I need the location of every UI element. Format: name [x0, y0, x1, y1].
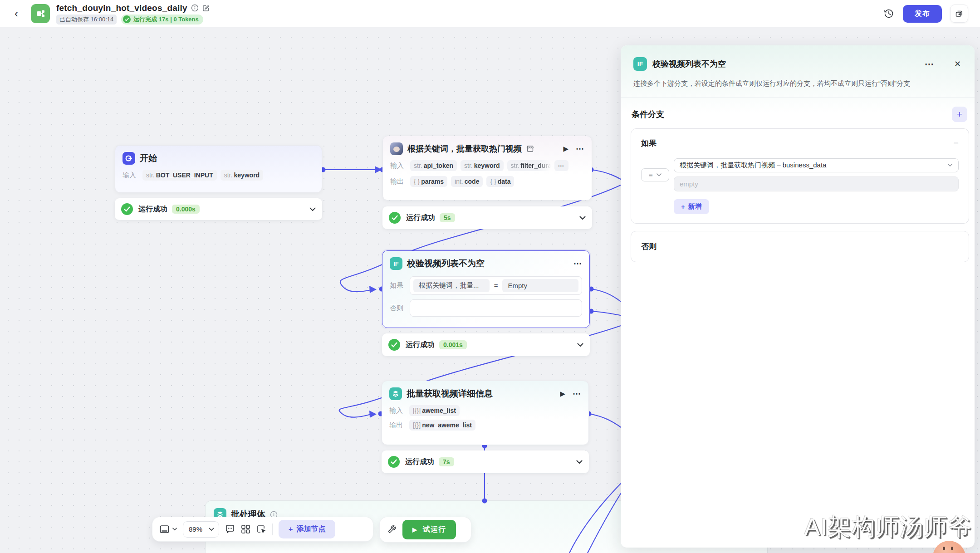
- panel-divider: [621, 97, 975, 98]
- run-status-start[interactable]: 运行成功 0.000s: [115, 198, 322, 220]
- back-button[interactable]: ‹: [10, 7, 23, 20]
- run-time-badge: 0.001s: [439, 340, 467, 349]
- else-branch-label: 否则: [641, 242, 657, 251]
- plugin-avatar: [390, 142, 403, 155]
- run-status-label: 运行成功: [406, 340, 435, 350]
- select-tool-icon[interactable]: [256, 524, 266, 534]
- node-title: 校验视频列表不为空: [407, 258, 485, 269]
- run-status-label: 运行成功: [138, 205, 167, 214]
- history-icon[interactable]: [883, 8, 895, 20]
- chevron-down-icon[interactable]: [576, 460, 583, 464]
- publish-button[interactable]: 发布: [903, 5, 942, 23]
- collapse-branch-button[interactable]: −: [953, 138, 959, 148]
- param-tag[interactable]: str.keyword: [461, 160, 503, 171]
- condition-operator: =: [494, 282, 498, 289]
- run-time-badge: 5s: [440, 213, 455, 222]
- success-check-icon: [388, 339, 400, 351]
- param-tag[interactable]: [{}]new_aweme_list: [409, 420, 475, 431]
- param-tag[interactable]: { }data: [486, 176, 514, 187]
- output-label: 输出: [389, 421, 406, 430]
- node-more-button[interactable]: ⋯: [573, 259, 582, 269]
- node-title: 批量获取视频详细信息: [407, 388, 493, 400]
- param-tag[interactable]: str.keyword: [220, 170, 263, 181]
- input-label: 输入: [390, 161, 407, 170]
- autosave-badge: 已自动保存 16:00:14: [56, 15, 117, 24]
- wrench-icon[interactable]: [387, 525, 397, 535]
- node-fetch-detail[interactable]: 批量获取视频详细信息 ▶ ⋯ 输入 [{}]aweme_list 输出 [{}]…: [382, 381, 589, 445]
- if-branch-card: 如果 − = 根据关键词，批量获取热门视频 – business_data +新…: [631, 128, 969, 224]
- comment-icon[interactable]: [225, 524, 235, 534]
- else-label: 否则: [390, 304, 410, 313]
- if-label: 如果: [390, 281, 410, 290]
- if-condition-box[interactable]: 根据关键词，批量... = Empty: [410, 276, 582, 295]
- node-title: 开始: [140, 152, 157, 164]
- chevron-down-icon[interactable]: [577, 343, 583, 347]
- param-tag[interactable]: [{}]aweme_list: [409, 405, 460, 416]
- toolbar-divider: [272, 524, 273, 535]
- run-time-badge: 0.000s: [172, 205, 200, 214]
- workflow-title: fetch_douyin_hot_videos_daily: [56, 3, 187, 13]
- if-icon: IF: [390, 257, 402, 270]
- minimap-toggle-icon[interactable]: [160, 525, 177, 534]
- open-in-new-icon[interactable]: [950, 5, 968, 23]
- add-node-button[interactable]: +添加节点: [279, 520, 335, 538]
- input-label: 输入: [122, 171, 139, 180]
- run-toolbar: ▶试运行: [380, 517, 471, 542]
- if-icon: IF: [633, 57, 647, 71]
- condition-right-value[interactable]: Empty: [502, 279, 578, 292]
- node-if-check[interactable]: IF 校验视频列表不为空 ⋯ 如果 根据关键词，批量... = Empty 否则: [382, 250, 590, 328]
- if-branch-label: 如果: [641, 138, 657, 148]
- check-icon: [123, 15, 131, 23]
- info-icon[interactable]: [191, 4, 199, 12]
- edit-icon[interactable]: [202, 5, 210, 12]
- run-node-button[interactable]: ▶: [563, 145, 568, 153]
- success-check-icon: [121, 203, 133, 215]
- close-icon[interactable]: ✕: [954, 59, 961, 69]
- compare-value-input[interactable]: [674, 176, 959, 191]
- success-check-icon: [389, 212, 401, 224]
- node-title: 根据关键词，批量获取热门视频: [407, 143, 522, 154]
- chevron-down-icon[interactable]: [579, 216, 586, 220]
- run-status-if[interactable]: 运行成功 0.001s: [382, 333, 590, 356]
- zoom-select[interactable]: 89%: [183, 521, 219, 538]
- add-branch-button[interactable]: +: [952, 107, 967, 122]
- success-check-icon: [388, 456, 400, 468]
- layers-icon: [389, 387, 402, 400]
- operator-select[interactable]: =: [641, 168, 669, 181]
- condition-left-ref[interactable]: 根据关键词，批量...: [413, 279, 490, 292]
- top-bar: ‹ fetch_douyin_hot_videos_daily 已自动保存 16…: [0, 0, 980, 27]
- panel-more-button[interactable]: ⋯: [925, 59, 934, 69]
- start-icon: [122, 152, 135, 165]
- node-more-button[interactable]: ⋯: [576, 144, 584, 154]
- param-tag[interactable]: str.api_token: [410, 160, 457, 171]
- else-branch-card: 否则: [631, 231, 969, 262]
- condition-branch-title: 条件分支: [632, 109, 664, 120]
- run-complete-badge: 运行完成 17s | 0 Tokens: [121, 15, 203, 24]
- run-status-fetch[interactable]: 运行成功 5s: [382, 206, 592, 229]
- if-node-config-panel: IF 校验视频列表不为空 ⋯ ✕ 连接多个下游分支，若设定的条件成立则仅运行对应…: [621, 45, 975, 548]
- chevron-down-icon: [947, 163, 953, 167]
- panel-title: 校验视频列表不为空: [652, 59, 726, 69]
- run-status-detail[interactable]: 运行成功 7s: [382, 450, 589, 473]
- run-node-button[interactable]: ▶: [560, 390, 565, 398]
- reference-select[interactable]: 根据关键词，批量获取热门视频 – business_data: [674, 158, 959, 172]
- run-status-label: 运行成功: [405, 457, 434, 467]
- add-condition-button[interactable]: +新增: [674, 199, 709, 214]
- chevron-down-icon[interactable]: [309, 207, 316, 211]
- param-tag[interactable]: str.filter_duration: [507, 160, 551, 171]
- node-fetch-videos[interactable]: 根据关键词，批量获取热门视频 ▶ ⋯ 输入 str.api_token str.…: [382, 136, 592, 201]
- test-run-button[interactable]: ▶试运行: [402, 520, 456, 539]
- node-more-button[interactable]: ⋯: [573, 389, 581, 399]
- run-time-badge: 7s: [439, 457, 454, 466]
- canvas-toolbar: 89% +添加节点: [152, 517, 373, 541]
- store-icon: [526, 145, 534, 152]
- param-tag[interactable]: str.BOT_USER_INPUT: [142, 170, 217, 181]
- layout-grid-icon[interactable]: [241, 524, 250, 534]
- param-tag[interactable]: int.code: [451, 176, 483, 187]
- more-params-tag[interactable]: ⋯: [554, 160, 568, 171]
- workflow-app-icon: [31, 4, 50, 23]
- node-start[interactable]: 开始 输入 str.BOT_USER_INPUT str.keyword: [115, 145, 322, 193]
- else-branch-box[interactable]: [410, 299, 582, 317]
- output-label: 输出: [390, 177, 407, 186]
- param-tag[interactable]: { }params: [410, 176, 447, 187]
